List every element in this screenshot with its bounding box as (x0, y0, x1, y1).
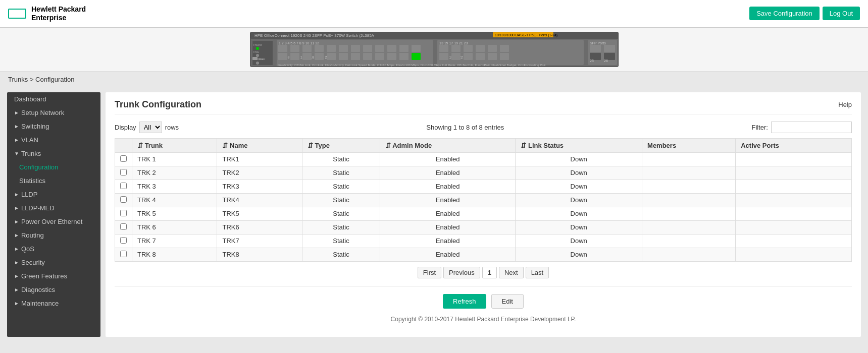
svg-rect-18 (302, 45, 312, 52)
sidebar-item-switching[interactable]: ► Switching (7, 120, 100, 133)
row-checkbox-cell[interactable] (115, 166, 132, 180)
row-checkbox[interactable] (120, 210, 127, 216)
svg-rect-12 (252, 57, 258, 60)
sidebar-item-statistics[interactable]: Statistics (7, 174, 100, 188)
sort-arrows-icon: ⇵ (521, 142, 526, 149)
cell-trunk: TRK 3 (132, 180, 217, 193)
sidebar-item-label: Statistics (19, 177, 45, 185)
hpe-logo-box (8, 9, 26, 19)
row-checkbox-cell[interactable] (115, 207, 132, 220)
chevron-right-icon: ► (14, 301, 19, 306)
column-active-ports: Active Ports (736, 138, 852, 152)
display-select[interactable]: All 10 25 50 (139, 122, 162, 133)
column-admin-mode[interactable]: ⇵ Admin Mode (380, 138, 516, 152)
row-checkbox-cell[interactable] (115, 248, 132, 261)
svg-rect-22 (351, 45, 360, 52)
sidebar-item-label: Power Over Ethernet (21, 218, 82, 225)
svg-rect-29 (278, 53, 287, 60)
chevron-right-icon: ► (14, 246, 19, 252)
filter-input[interactable] (771, 122, 852, 133)
cell-name: TRK5 (217, 207, 302, 220)
cell-members (642, 248, 736, 261)
sidebar-item-diagnostics[interactable]: ► Diagnostics (7, 283, 100, 297)
cell-admin-mode: Enabled (380, 234, 516, 248)
row-checkbox[interactable] (120, 155, 127, 162)
sidebar-item-green-features[interactable]: ► Green Features (7, 269, 100, 283)
sidebar-item-maintenance[interactable]: ► Maintenance (7, 297, 100, 310)
chevron-right-icon: ► (14, 232, 19, 238)
cell-trunk: TRK 1 (132, 152, 217, 166)
cell-active-ports (736, 248, 852, 261)
cell-members (642, 207, 736, 220)
column-trunk[interactable]: ⇵ Trunk (132, 138, 217, 152)
svg-text:10/100/1000 BASE-T PoE+ Ports : 10/100/1000 BASE-T PoE+ Ports (1-24) (495, 33, 557, 37)
first-page-button[interactable]: First (418, 267, 441, 278)
sidebar-item-qos[interactable]: ► QoS (7, 242, 100, 256)
column-name[interactable]: ⇵ Name (217, 138, 302, 152)
svg-rect-32 (315, 53, 324, 60)
cell-name: TRK1 (217, 152, 302, 166)
current-page-button[interactable]: 1 (482, 267, 497, 278)
cell-type: Static (302, 234, 380, 248)
logout-button[interactable]: Log Out (823, 7, 860, 20)
next-page-button[interactable]: Next (499, 267, 524, 278)
table-row: TRK 2 TRK2 Static Enabled Down (115, 166, 852, 180)
chevron-down-icon: ▼ (14, 151, 19, 156)
edit-button[interactable]: Edit (491, 294, 524, 309)
svg-rect-17 (290, 45, 299, 52)
display-row: Display All 10 25 50 rows (115, 122, 179, 133)
row-checkbox-cell[interactable] (115, 180, 132, 193)
row-checkbox[interactable] (120, 183, 127, 189)
sidebar-item-label: Configuration (19, 163, 58, 171)
column-type[interactable]: ⇵ Type (302, 138, 380, 152)
chevron-right-icon: ► (14, 260, 19, 265)
switch-svg: HPE OfficeConnect 1920S 24G 2SFP PoE+ 37… (250, 32, 618, 67)
cell-active-ports (736, 207, 852, 220)
refresh-button[interactable]: Refresh (443, 294, 486, 309)
svg-rect-46 (476, 45, 485, 52)
svg-rect-26 (399, 45, 409, 52)
last-page-button[interactable]: Last (526, 267, 549, 278)
row-checkbox-cell[interactable] (115, 152, 132, 166)
row-checkbox-cell[interactable] (115, 193, 132, 207)
table-row: TRK 1 TRK1 Static Enabled Down (115, 152, 852, 166)
sidebar-item-trunks[interactable]: ▼ Trunks (7, 147, 100, 160)
row-checkbox[interactable] (120, 223, 127, 230)
row-checkbox-cell[interactable] (115, 220, 132, 234)
help-link[interactable]: Help (838, 101, 852, 108)
sidebar-item-vlan[interactable]: ► VLAN (7, 133, 100, 147)
sidebar-item-routing[interactable]: ► Routing (7, 228, 100, 242)
previous-page-button[interactable]: Previous (443, 267, 480, 278)
column-link-status[interactable]: ⇵ Link Status (516, 138, 642, 152)
cell-admin-mode: Enabled (380, 166, 516, 180)
cell-members (642, 152, 736, 166)
sidebar-item-label: Maintenance (21, 300, 59, 307)
table-controls: Display All 10 25 50 rows Showing 1 to 8… (115, 122, 852, 133)
row-checkbox[interactable] (120, 237, 127, 244)
chevron-right-icon: ► (14, 205, 19, 211)
sidebar-item-configuration[interactable]: Configuration (7, 160, 100, 174)
cell-link-status: Down (516, 152, 642, 166)
svg-point-7 (256, 47, 259, 50)
sidebar-item-dashboard[interactable]: Dashboard (7, 92, 100, 106)
row-checkbox[interactable] (120, 169, 127, 175)
save-configuration-button[interactable]: Save Configuration (749, 7, 820, 20)
cell-trunk: TRK 8 (132, 248, 217, 261)
svg-rect-36 (363, 53, 372, 60)
sidebar-item-lldp-med[interactable]: ► LLDP-MED (7, 201, 100, 215)
cell-type: Static (302, 193, 380, 207)
sidebar-item-power-over-ethernet[interactable]: ► Power Over Ethernet (7, 215, 100, 228)
cell-admin-mode: Enabled (380, 193, 516, 207)
breadcrumb-trunks: Trunks (8, 76, 28, 83)
row-checkbox[interactable] (120, 196, 127, 203)
svg-rect-23 (363, 45, 372, 52)
sidebar-item-setup-network[interactable]: ► Setup Network (7, 106, 100, 120)
cell-admin-mode: Enabled (380, 207, 516, 220)
breadcrumb-configuration: Configuration (35, 76, 74, 83)
sidebar-item-security[interactable]: ► Security (7, 256, 100, 269)
row-checkbox-cell[interactable] (115, 234, 132, 248)
row-checkbox[interactable] (120, 251, 127, 257)
cell-name: TRK6 (217, 220, 302, 234)
sidebar-item-lldp[interactable]: ► LLDP (7, 188, 100, 201)
cell-type: Static (302, 220, 380, 234)
